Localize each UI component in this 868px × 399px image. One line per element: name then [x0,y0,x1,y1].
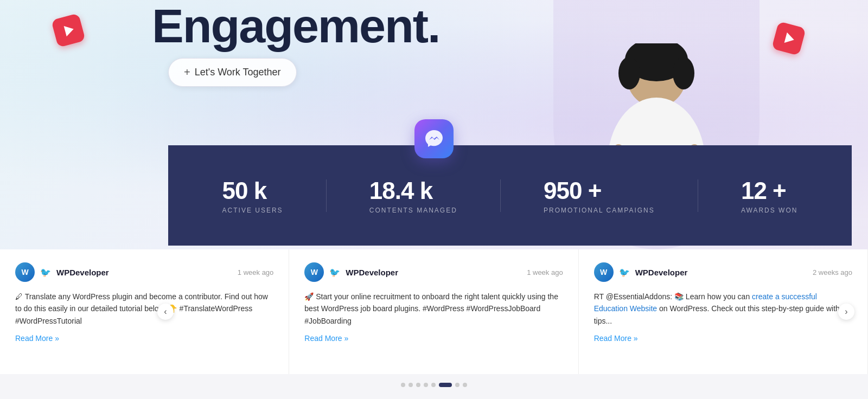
wp-logo-2: W [304,262,324,282]
tweet-time-2: 1 week ago [527,268,563,276]
stat-divider-3 [698,179,698,212]
stat-contents-managed: 18.4 k CONTENTS MANAGED [369,177,457,214]
dot-5[interactable] [431,383,436,387]
messenger-float-icon [414,119,454,158]
carousel-next-button[interactable]: › [838,304,854,320]
stat-label-contents: CONTENTS MANAGED [369,207,457,214]
wp-logo-1: W [15,262,35,282]
tweet-text-1: 🖊 Translate any WordPress plugin and bec… [15,291,273,327]
svg-point-2 [618,57,640,89]
bottom-section: ‹ W 🐦 WPDeveloper 1 week ago 🖊 Translate… [0,249,868,399]
dot-1[interactable] [401,383,405,387]
twitter-icon-2: 🐦 [329,267,340,278]
author-name-1: WPDeveloper [56,268,232,277]
tweet-header-1: W 🐦 WPDeveloper 1 week ago [15,262,273,282]
carousel-prev-button[interactable]: ‹ [157,304,174,320]
cta-button[interactable]: + Let's Work Together [168,58,297,87]
dot-3[interactable] [416,383,420,387]
stat-awards: 12 + AWARDS WON [741,177,797,214]
tweet-text-3: RT @EssentialAddons: 📚 Learn how you can… [594,291,852,327]
tweet-header-3: W 🐦 WPDeveloper 2 weeks ago [594,262,852,282]
tweet-card-1: W 🐦 WPDeveloper 1 week ago 🖊 Translate a… [0,249,289,374]
stat-number-users: 50 k [222,177,283,204]
dot-4[interactable] [424,383,428,387]
stat-divider-2 [500,179,501,212]
tweets-container: ‹ W 🐦 WPDeveloper 1 week ago 🖊 Translate… [0,249,868,374]
stat-label-users: ACTIVE USERS [222,207,283,214]
stat-label-awards: AWARDS WON [741,207,797,214]
stat-active-users: 50 k ACTIVE USERS [222,177,283,214]
highlight-link[interactable]: create a successful Education Website [594,292,817,313]
youtube-icon-right [775,24,803,53]
tweet-header-2: W 🐦 WPDeveloper 1 week ago [304,262,563,282]
svg-point-3 [673,57,694,89]
wp-logo-3: W [594,262,614,282]
author-name-2: WPDeveloper [346,268,521,277]
tweet-card-2: W 🐦 WPDeveloper 1 week ago 🚀 Start your … [289,249,578,374]
read-more-2[interactable]: Read More » [304,334,348,343]
youtube-icon-left [54,16,82,44]
stat-number-campaigns: 950 + [544,177,655,204]
dot-6-active[interactable] [439,383,452,387]
twitter-icon-1: 🐦 [40,267,51,278]
author-name-3: WPDeveloper [635,268,807,277]
dot-7[interactable] [455,383,459,387]
stat-campaigns: 950 + PROMOTIONAL CAMPAIGNS [544,177,655,214]
tweet-time-3: 2 weeks ago [813,268,852,276]
read-more-1[interactable]: Read More » [15,334,59,343]
hero-title: Engagement. [152,0,440,53]
dot-2[interactable] [409,383,413,387]
cta-label: Let's Work Together [195,67,281,78]
tweet-text-2: 🚀 Start your online recruitment to onboa… [304,291,563,327]
read-more-3[interactable]: Read More » [594,334,638,343]
twitter-icon-3: 🐦 [619,267,630,278]
stats-bar: 50 k ACTIVE USERS 18.4 k CONTENTS MANAGE… [168,145,852,246]
tweet-time-1: 1 week ago [238,268,274,276]
dot-8[interactable] [463,383,467,387]
messenger-icon [414,119,454,158]
pagination-dots [0,374,868,396]
stat-number-contents: 18.4 k [369,177,457,204]
stat-label-campaigns: PROMOTIONAL CAMPAIGNS [544,207,655,214]
hero-section: Engagement. + Let's Work Together [0,0,868,249]
tweet-card-3: W 🐦 WPDeveloper 2 weeks ago RT @Essentia… [579,249,868,374]
stat-divider-1 [326,179,327,212]
stat-number-awards: 12 + [741,177,797,204]
cta-plus-icon: + [184,66,190,79]
